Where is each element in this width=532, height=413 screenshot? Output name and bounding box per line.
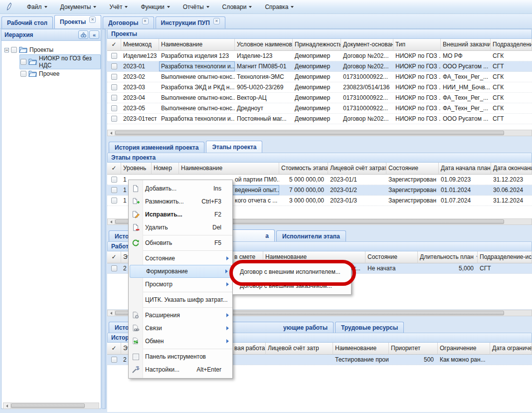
tab-project-history[interactable]: История изменений проекта	[109, 142, 204, 153]
row-checkbox[interactable]	[111, 53, 117, 59]
tab-project-stages[interactable]: Этапы проекта	[206, 141, 262, 153]
scrollbar-thumb[interactable]	[115, 131, 504, 135]
tab-desktop[interactable]: Рабочий стол	[1, 16, 53, 28]
row-checkbox[interactable]	[111, 116, 117, 122]
table-row[interactable]: 2023-01тест Разработка технологии и... П…	[107, 114, 532, 124]
tree-node-other[interactable]: Прочее	[1, 68, 101, 80]
table-row[interactable]: Изделие123 Разработка изделия 123 Издели…	[107, 51, 532, 61]
row-checkbox[interactable]	[111, 198, 117, 204]
column-header[interactable]: Приоритет	[389, 343, 438, 355]
menu-item-duplicate[interactable]: Размножить... Ctrl+F3	[129, 195, 232, 208]
menu-item-view[interactable]: Просмотр	[129, 278, 232, 291]
tree-checkbox[interactable]	[11, 47, 17, 53]
column-header[interactable]: Номер	[152, 163, 179, 175]
menubar-item-help[interactable]: Справка	[265, 3, 294, 10]
collapse-panel-icon[interactable]: «	[89, 30, 99, 39]
menu-item-state[interactable]: Состояние	[129, 252, 232, 265]
menu-item-edit[interactable]: Исправить... F2	[129, 208, 232, 221]
column-header[interactable]: Документ-основан	[341, 39, 393, 51]
column-check[interactable]: ✓	[107, 251, 121, 263]
tab-instructions[interactable]: Инструкции ПУП×	[156, 16, 225, 28]
row-checkbox[interactable]	[111, 63, 117, 69]
table-row[interactable]: 2023-05 Выполнение опытно-конс... Дредно…	[107, 103, 532, 114]
column-header[interactable]: Наименование	[263, 251, 365, 263]
column-header-sorted[interactable]: Длительность план	[418, 251, 478, 263]
row-checkbox[interactable]	[111, 357, 117, 363]
column-header[interactable]: Условное наименова	[235, 39, 293, 51]
menu-item-exchange[interactable]: Обмен	[129, 335, 232, 348]
scrollbar-thumb[interactable]	[11, 404, 85, 408]
column-header[interactable]: Подразделение-испо	[478, 251, 532, 263]
column-header[interactable]: Ограничение	[438, 343, 490, 355]
tab-labor-resources[interactable]: Трудовые ресурсы	[335, 322, 404, 333]
tab-projects[interactable]: Проекты×	[54, 15, 101, 28]
table-row[interactable]: 2023-04 Выполнение опытно-конс... Вектор…	[107, 93, 532, 103]
column-check[interactable]: ✓	[107, 343, 121, 355]
tab-contracts[interactable]: Договоры×	[103, 16, 154, 28]
projects-horizontal-scrollbar[interactable]	[107, 130, 532, 136]
menubar-item-documents[interactable]: Документы	[60, 3, 97, 10]
tree-collapse-icon[interactable]	[4, 48, 9, 52]
close-icon[interactable]: ×	[89, 16, 96, 23]
row-checkbox[interactable]	[111, 265, 117, 271]
search-binoculars-icon[interactable]	[78, 30, 88, 39]
column-header[interactable]: Подразделение	[491, 39, 532, 51]
scroll-left-icon[interactable]	[108, 310, 115, 316]
row-checkbox[interactable]	[111, 177, 117, 183]
column-header[interactable]: Наименование	[333, 343, 389, 355]
menu-item-formation[interactable]: Формирование	[130, 265, 231, 278]
panel-splitter[interactable]	[102, 29, 106, 409]
scroll-left-icon[interactable]	[3, 403, 11, 409]
sidebar-horizontal-scrollbar[interactable]	[3, 403, 99, 409]
table-row[interactable]: 2023-03 Разработка ЭКД и РКД н... 905-U0…	[107, 82, 532, 93]
scroll-left-icon[interactable]	[108, 130, 115, 136]
column-header[interactable]: Наименование	[179, 163, 279, 175]
tab-stage-executors[interactable]: Исполнители этапа	[276, 230, 346, 241]
row-checkbox[interactable]	[111, 105, 117, 111]
menu-item-settings[interactable]: Настройки... Alt+Enter	[129, 363, 232, 376]
column-header[interactable]: Наименование	[159, 39, 235, 51]
submenu-item-external-customer-contract[interactable]: Договор с внешним заказчиком...	[233, 279, 351, 293]
column-header[interactable]: Стоимость этапа	[279, 163, 328, 175]
tab-preceding-works[interactable]: ующие работы	[225, 322, 334, 333]
column-header[interactable]: Уровень	[121, 163, 152, 175]
column-check[interactable]: ✓	[107, 39, 121, 51]
menubar-item-functions[interactable]: Функции	[141, 3, 170, 10]
column-header[interactable]: Состояние	[365, 251, 418, 263]
menu-item-toolbar[interactable]: Панель инструментов	[129, 350, 232, 363]
table-row[interactable]: 2023-02 Выполнение опытно-конс... Технол…	[107, 72, 532, 82]
column-header[interactable]: Мнемокод	[121, 39, 159, 51]
menu-item-add[interactable]: Добавить... Ins	[129, 182, 232, 195]
table-row[interactable]: 2023-01 Разработка технологии и... Магни…	[107, 61, 532, 72]
row-checkbox[interactable]	[111, 95, 117, 101]
column-header[interactable]: Лицевой счёт затрат.	[328, 163, 386, 175]
menu-item-links[interactable]: Связи	[129, 322, 232, 335]
submenu-item-external-executor-contract[interactable]: Договор с внешним исполнителем...	[233, 265, 351, 279]
column-header[interactable]: Тип	[393, 39, 441, 51]
column-header[interactable]: Дата начала план	[439, 163, 491, 175]
menubar-item-reports[interactable]: Отчёты	[183, 3, 209, 10]
menu-item-delete[interactable]: Удалить Del	[129, 221, 232, 234]
row-checkbox[interactable]	[111, 74, 117, 80]
scroll-left-icon[interactable]	[108, 219, 115, 224]
column-header[interactable]: Принадлежность	[293, 39, 341, 51]
column-header[interactable]: Дата окончани	[491, 163, 532, 175]
row-checkbox[interactable]	[111, 84, 117, 90]
menubar-item-dictionaries[interactable]: Словари	[222, 3, 252, 10]
close-icon[interactable]: ×	[142, 18, 149, 24]
close-icon[interactable]: ×	[213, 18, 220, 24]
menu-item-extensions[interactable]: Расширения	[129, 309, 232, 322]
menu-item-citk-cost-code[interactable]: ЦИТК. Указать шифр затрат...	[129, 293, 232, 306]
tree-checkbox[interactable]	[20, 71, 26, 77]
column-header[interactable]: Внешний заказчик	[441, 39, 491, 51]
column-header[interactable]: Лицевой счёт затр	[266, 343, 333, 355]
menubar-item-accounting[interactable]: Учёт	[109, 3, 128, 10]
column-header[interactable]: Дата ограничени	[490, 343, 532, 355]
row-checkbox[interactable]	[111, 187, 117, 193]
tree-node-niokr[interactable]: НИОКР по ГОЗ без НДС	[1, 56, 101, 68]
column-header[interactable]: Состояние	[386, 163, 439, 175]
menu-item-refresh[interactable]: Обновить F5	[129, 236, 232, 249]
column-check[interactable]: ✓	[107, 163, 121, 175]
menubar-item-file[interactable]: Файл	[27, 3, 47, 10]
tree-checkbox[interactable]	[20, 59, 26, 65]
